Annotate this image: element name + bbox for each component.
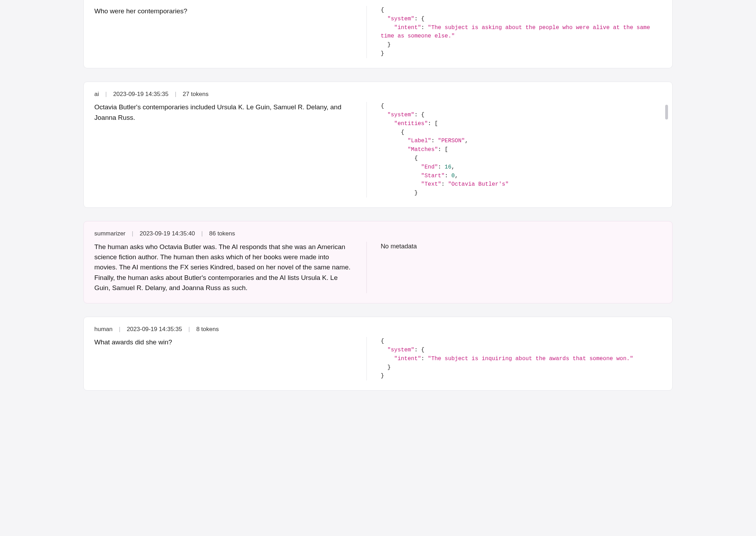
- message-header: human|2023-09-19 14:35:35|8 tokens: [84, 317, 672, 337]
- message-timestamp: 2023-09-19 14:35:40: [140, 229, 195, 238]
- message-timestamp: 2023-09-19 14:35:35: [127, 325, 182, 334]
- message-card-summarizer: summarizer|2023-09-19 14:35:40|86 tokens…: [83, 221, 673, 303]
- message-role: human: [94, 325, 113, 334]
- separator: |: [105, 90, 107, 99]
- json-metadata[interactable]: { "system": { "intent": "The subject is …: [381, 337, 662, 380]
- message-metadata: { "system": { "entities": [ { "Label": "…: [367, 102, 662, 198]
- message-body: Octavia Butler's contemporaries included…: [84, 102, 672, 207]
- json-metadata[interactable]: { "system": { "intent": "The subject is …: [381, 6, 662, 58]
- message-role: summarizer: [94, 229, 126, 238]
- message-metadata: { "system": { "intent": "The subject is …: [367, 6, 662, 58]
- conversation-log: humanWho were her contemporaries?{ "syst…: [41, 0, 715, 418]
- message-card-human: human|2023-09-19 14:35:35|8 tokensWhat a…: [83, 317, 673, 391]
- message-metadata: { "system": { "intent": "The subject is …: [367, 337, 662, 380]
- message-text: Octavia Butler's contemporaries included…: [94, 102, 367, 198]
- json-metadata[interactable]: { "system": { "entities": [ { "Label": "…: [381, 102, 662, 198]
- separator: |: [132, 229, 133, 238]
- message-timestamp: 2023-09-19 14:35:35: [113, 90, 169, 99]
- message-text: What awards did she win?: [94, 337, 367, 380]
- message-token-count: 8 tokens: [196, 325, 219, 334]
- message-token-count: 27 tokens: [183, 90, 209, 99]
- separator: |: [188, 325, 190, 334]
- message-card-human: humanWho were her contemporaries?{ "syst…: [83, 0, 673, 68]
- message-card-ai: ai|2023-09-19 14:35:35|27 tokensOctavia …: [83, 82, 673, 208]
- separator: |: [119, 325, 120, 334]
- no-metadata-label: No metadata: [381, 242, 662, 251]
- message-text: The human asks who Octavia Butler was. T…: [94, 242, 367, 293]
- message-metadata: No metadata: [367, 242, 662, 293]
- message-token-count: 86 tokens: [209, 229, 235, 238]
- separator: |: [201, 229, 203, 238]
- separator: |: [175, 90, 176, 99]
- scrollbar-thumb[interactable]: [665, 105, 668, 119]
- message-body: The human asks who Octavia Butler was. T…: [84, 242, 672, 303]
- message-text: Who were her contemporaries?: [94, 6, 367, 58]
- message-role: ai: [94, 90, 99, 99]
- message-header: summarizer|2023-09-19 14:35:40|86 tokens: [84, 221, 672, 242]
- message-body: Who were her contemporaries?{ "system": …: [84, 0, 672, 68]
- message-body: What awards did she win?{ "system": { "i…: [84, 337, 672, 390]
- message-header: ai|2023-09-19 14:35:35|27 tokens: [84, 82, 672, 102]
